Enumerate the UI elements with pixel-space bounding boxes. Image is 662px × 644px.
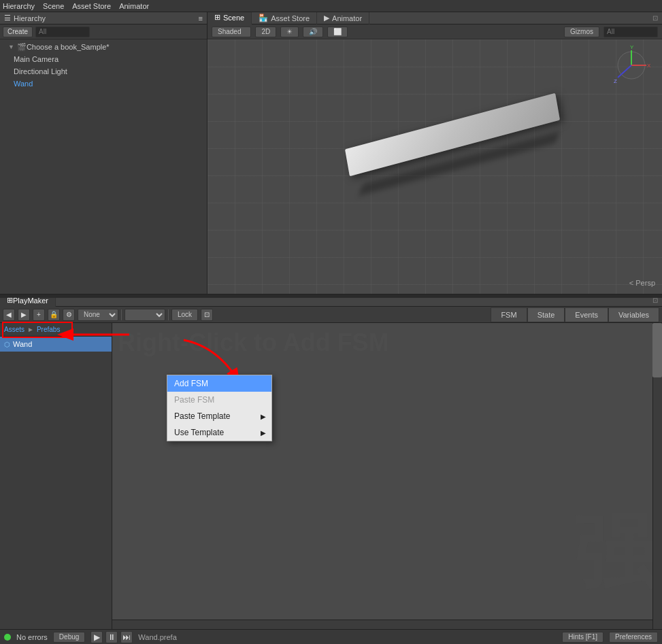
breadcrumb-prefabs[interactable]: Prefabs [37, 326, 60, 333]
debug-button[interactable]: Debug [53, 632, 85, 643]
context-menu: Add FSM Paste FSM Paste Template ▶ Use T… [167, 375, 272, 441]
scene-view: Y X Z < Persp [208, 39, 662, 294]
create-button[interactable]: Create [3, 27, 33, 37]
tab-animator[interactable]: ▶ Animator [317, 12, 369, 24]
pm-add-btn[interactable]: + [33, 309, 45, 321]
pm-lock-icon-btn[interactable]: 🔒 [48, 309, 60, 321]
tab-animator-label: Animator [332, 14, 362, 22]
context-menu-add-fsm-label: Add FSM [174, 379, 208, 388]
top-menubar: Hierarchy Scene Asset Store Animator [0, 0, 662, 12]
play-button[interactable]: ▶ [90, 631, 103, 643]
hierarchy-toolbar: Create [0, 24, 207, 39]
context-menu-paste-template-label: Paste Template [174, 411, 231, 421]
pm-left-panel: Assets ► Prefabs ⬡ Wand [0, 323, 112, 629]
gizmos-dropdown[interactable]: Gizmos [564, 27, 599, 37]
svg-text:X: X [647, 63, 651, 69]
step-button[interactable]: ⏭ [120, 631, 133, 643]
use-template-arrow: ▶ [261, 429, 266, 437]
pm-forward-btn[interactable]: ▶ [18, 309, 30, 321]
hierarchy-search[interactable] [35, 27, 90, 37]
directional-light-label: Directional Light [14, 67, 67, 75]
paste-template-arrow: ▶ [261, 413, 266, 420]
menu-hierarchy[interactable]: Hierarchy [3, 2, 35, 10]
context-menu-paste-fsm: Paste FSM [167, 392, 271, 408]
wand-prefab-label: Wand.prefa [138, 633, 176, 641]
pm-tab-state[interactable]: State [527, 307, 565, 322]
wand-list-item[interactable]: ⬡ Wand [0, 337, 112, 352]
context-menu-use-template[interactable]: Use Template ▶ [167, 424, 271, 441]
tab-scene-label: Scene [223, 14, 244, 22]
pm-tab-variables[interactable]: Variables [608, 307, 659, 322]
pause-button[interactable]: ⏸ [105, 631, 118, 643]
audio-toggle[interactable]: 🔊 [303, 27, 323, 37]
scene-gizmo[interactable]: Y X Z [611, 45, 652, 86]
hierarchy-wand[interactable]: Wand [14, 78, 207, 90]
wand-label: Wand [14, 80, 33, 88]
hierarchy-children: Main Camera Directional Light Wand [0, 53, 207, 90]
hierarchy-menu-icon[interactable]: ≡ [199, 14, 203, 22]
status-indicator [4, 634, 11, 641]
pm-scrollbar-vertical[interactable] [652, 323, 662, 629]
hierarchy-header-left: ☰ Hierarchy [4, 14, 46, 22]
pm-breadcrumb: Assets ► Prefabs [0, 323, 112, 337]
shading-dropdown[interactable]: Shaded [212, 27, 251, 37]
toolbar-divider-1 [121, 309, 122, 320]
pm-main-view[interactable]: Right-Click to Add FSM 强 [112, 323, 662, 629]
2d-toggle[interactable]: 2D [255, 27, 276, 37]
scene-toolbar: Shaded 2D ☀ 🔊 ⬜ Gizmos [208, 24, 662, 39]
hierarchy-directional-light[interactable]: Directional Light [14, 65, 207, 78]
toolbar-divider-2 [168, 309, 169, 320]
tab-asset-store[interactable]: 🏪 Asset Store [252, 12, 317, 24]
pm-watermark: 强 [574, 498, 655, 609]
pm-tab-events[interactable]: Events [565, 307, 608, 322]
hierarchy-icon: ☰ [4, 14, 11, 22]
scene-window-controls: ⊡ [652, 14, 662, 22]
scene-area: ⊞ Scene 🏪 Asset Store ▶ Animator ⊡ Shade… [208, 12, 662, 294]
pm-back-btn[interactable]: ◀ [3, 309, 15, 321]
preferences-button[interactable]: Preferences [609, 632, 658, 643]
hierarchy-panel: ☰ Hierarchy ≡ Create ▼ 🎬 Choose a book_S… [0, 12, 208, 294]
pm-tab-fsm[interactable]: FSM [491, 307, 527, 322]
context-menu-add-fsm[interactable]: Add FSM [167, 375, 271, 392]
pm-none-select[interactable]: None [78, 309, 118, 321]
context-menu-use-template-label: Use Template [174, 428, 224, 437]
pm-settings-btn[interactable]: ⚙ [63, 309, 75, 321]
scene-root-icon: 🎬 [17, 43, 27, 52]
panel-resize-handle[interactable] [0, 294, 662, 298]
playmaker-toolbar: ◀ ▶ + 🔒 ⚙ None Lock ⊡ FSM State Events V… [0, 307, 662, 323]
fx-toggle[interactable]: ⬜ [327, 27, 348, 37]
svg-text:Y: Y [630, 45, 634, 50]
scene-root-label: Choose a book_Sample* [27, 43, 110, 51]
pm-fullscreen-btn[interactable]: ⊡ [201, 309, 213, 321]
menu-asset-store[interactable]: Asset Store [72, 2, 111, 10]
add-fsm-hint-text: Right-Click to Add FSM [118, 328, 389, 357]
wand-list-icon: ⬡ [4, 341, 10, 348]
expand-icon: ▼ [8, 44, 14, 50]
pm-lock-btn[interactable]: Lock [171, 309, 198, 321]
hierarchy-main-camera[interactable]: Main Camera [14, 53, 207, 65]
wand-list-label: Wand [13, 340, 32, 348]
persp-label: < Persp [629, 279, 655, 287]
no-errors-label: No errors [16, 633, 48, 641]
pm-second-select[interactable] [125, 309, 165, 321]
tab-scene[interactable]: ⊞ Scene [208, 12, 252, 24]
main-camera-label: Main Camera [14, 55, 59, 63]
hints-button[interactable]: Hints [F1] [562, 632, 603, 643]
breadcrumb-assets[interactable]: Assets [4, 326, 24, 333]
context-menu-paste-fsm-label: Paste FSM [174, 395, 214, 405]
hierarchy-list: ▼ 🎬 Choose a book_Sample* Main Camera Di… [0, 39, 207, 91]
pm-scrollbar-thumb-v[interactable] [652, 323, 662, 377]
hierarchy-scene-root[interactable]: ▼ 🎬 Choose a book_Sample* [0, 41, 207, 53]
context-menu-paste-template[interactable]: Paste Template ▶ [167, 408, 271, 424]
tab-scene-icon: ⊞ [214, 13, 220, 22]
pm-right-tabs: FSM State Events Variables [491, 307, 659, 322]
tab-asset-store-icon: 🏪 [259, 14, 268, 22]
pm-scrollbar-horizontal[interactable] [112, 620, 652, 629]
scene-search[interactable] [603, 27, 658, 37]
hierarchy-title: Hierarchy [14, 14, 46, 22]
play-controls: ▶ ⏸ ⏭ [90, 631, 133, 643]
status-bar: No errors Debug ▶ ⏸ ⏭ Wand.prefa Hints [… [0, 629, 662, 644]
menu-scene[interactable]: Scene [43, 2, 64, 10]
menu-animator[interactable]: Animator [119, 2, 149, 10]
lighting-toggle[interactable]: ☀ [280, 27, 299, 37]
